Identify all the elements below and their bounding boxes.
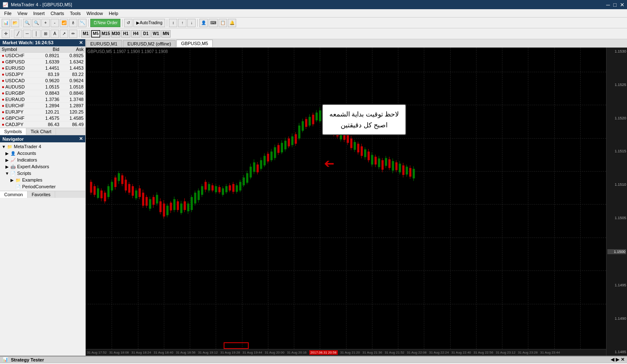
- nav-indicators[interactable]: ▶ 📈 Indicators: [0, 157, 85, 163]
- up-arrow-button[interactable]: ↑: [178, 19, 186, 27]
- symbol-cell: ●EURJPY: [0, 109, 37, 115]
- menu-tools[interactable]: Tools: [67, 10, 83, 16]
- nav-metatrader4[interactable]: ▼ 📁 MetaTrader 4: [0, 143, 85, 150]
- title-bar-left: 📈 MetaTrader 4 - [GBPUSD,M5]: [3, 2, 72, 8]
- hline-tool[interactable]: ─: [23, 30, 31, 38]
- arrow-tool[interactable]: ↗: [60, 30, 68, 38]
- bid-cell: 1.4575: [37, 115, 61, 121]
- nav-period-converter[interactable]: 📄 PeriodConverter: [0, 183, 85, 190]
- history-button[interactable]: 📋: [219, 19, 227, 27]
- chart-zoom-out-button[interactable]: -: [51, 19, 59, 27]
- tab-tick-chart[interactable]: Tick Chart: [26, 128, 56, 135]
- refresh-button[interactable]: ↺: [124, 19, 133, 27]
- zoom-in-button[interactable]: 🔍: [23, 19, 31, 27]
- draw-button[interactable]: ✏: [69, 30, 77, 38]
- new-order-button[interactable]: 🗒 New Order: [90, 19, 120, 27]
- st-close[interactable]: ✕: [621, 357, 624, 362]
- terminal-button[interactable]: ⌨: [209, 19, 218, 27]
- market-watch-row[interactable]: ●EURAUD 1.3736 1.3748: [0, 96, 85, 103]
- market-watch-row[interactable]: ●EURCHF 1.2894 1.2897: [0, 103, 85, 109]
- period-mn[interactable]: MN: [161, 30, 171, 38]
- period-h4[interactable]: H4: [131, 30, 140, 38]
- ask-cell: 1.6342: [61, 59, 85, 65]
- arrows-button[interactable]: ↕: [169, 19, 177, 27]
- experts-button[interactable]: 👤: [199, 19, 208, 27]
- t2-sep2: [79, 30, 79, 38]
- folder-icon: 📁: [7, 144, 13, 149]
- period-m1[interactable]: M1: [81, 30, 90, 38]
- market-watch-row[interactable]: ●AUDUSD 1.0515 1.0518: [0, 84, 85, 90]
- market-watch-row[interactable]: ●USDCHF 0.8921 0.8925: [0, 53, 85, 59]
- period-d1[interactable]: D1: [141, 30, 150, 38]
- candle-button[interactable]: 🕯: [69, 19, 77, 27]
- market-watch-row[interactable]: ●GBPUSD 1.6339 1.6342: [0, 59, 85, 65]
- menu-file[interactable]: File: [2, 10, 14, 16]
- expand-icon-ind: ▶: [5, 158, 9, 162]
- st-nav-right[interactable]: ▶: [616, 357, 619, 362]
- symbol-cell: ●EURAUD: [0, 96, 37, 103]
- nav-expert-advisors[interactable]: ▶ 🤖 Expert Advisors: [0, 163, 85, 170]
- time-label-18: 31 Aug 22:56: [474, 351, 493, 354]
- period-m5[interactable]: M5: [91, 30, 100, 38]
- close-button[interactable]: ✕: [620, 2, 624, 8]
- line-chart-button[interactable]: 📉: [78, 19, 87, 27]
- chart-zoom-in-button[interactable]: +: [41, 19, 50, 27]
- ask-cell: 1.2897: [61, 103, 85, 109]
- chart-tab-gbpusd-m5[interactable]: GBPUSD,M5: [176, 40, 213, 47]
- market-watch-header: Market Watch: 16:24:53 ✕: [0, 39, 85, 46]
- market-watch-row[interactable]: ●GBPCHF 1.4575 1.4585: [0, 115, 85, 121]
- nav-accounts[interactable]: ▶ 👤 Accounts: [0, 150, 85, 157]
- autotrading-button[interactable]: ▶ AutoTrading: [133, 19, 165, 27]
- market-watch-row[interactable]: ●USDJPY 83.19 83.22: [0, 71, 85, 78]
- menu-view[interactable]: View: [15, 10, 30, 16]
- nav-tab-favorites[interactable]: Favorites: [28, 191, 55, 198]
- market-watch-row[interactable]: ●EURGBP 0.8843 0.8846: [0, 90, 85, 96]
- col-bid: Bid: [37, 46, 61, 53]
- retracement-tool[interactable]: ⊞: [41, 30, 50, 38]
- bar-chart-button[interactable]: 📶: [60, 19, 68, 27]
- market-watch-row[interactable]: ●EURJPY 120.21 120.25: [0, 109, 85, 115]
- market-watch-close[interactable]: ✕: [79, 40, 83, 46]
- new-chart-button[interactable]: 📊: [2, 19, 10, 27]
- tab-symbols[interactable]: Symbols: [0, 128, 26, 135]
- menu-window[interactable]: Window: [84, 10, 105, 16]
- alerts-button[interactable]: 🔔: [228, 19, 236, 27]
- nav-tab-common[interactable]: Common: [0, 191, 28, 198]
- time-label-6: 31 Aug 19:12: [198, 351, 218, 354]
- title-bar-controls[interactable]: ─ □ ✕: [606, 2, 624, 8]
- menu-insert[interactable]: Insert: [31, 10, 47, 16]
- examples-icon: 📁: [15, 177, 21, 183]
- zoom-out-button[interactable]: 🔍: [32, 19, 41, 27]
- period-m30[interactable]: M30: [111, 30, 120, 38]
- st-nav-left[interactable]: ◀: [611, 357, 614, 362]
- bid-cell: 0.8843: [37, 90, 61, 96]
- time-label-4: 31 Aug 18:40: [153, 351, 173, 354]
- toolbar-separator: [21, 19, 21, 27]
- period-w1[interactable]: W1: [151, 30, 161, 38]
- crosshair-button[interactable]: ✛: [2, 30, 10, 38]
- open-button[interactable]: 📂: [11, 19, 19, 27]
- symbol-dot: ●: [2, 78, 5, 83]
- market-watch-row[interactable]: ●EURUSD 1.4451 1.4453: [0, 65, 85, 71]
- chart-tab-eurusd-m2[interactable]: EURUSD,M2 (offline): [123, 40, 176, 47]
- text-tool[interactable]: A: [51, 30, 59, 38]
- maximize-button[interactable]: □: [613, 2, 617, 8]
- period-h1[interactable]: H1: [121, 30, 130, 38]
- chart-tab-eurusd-m1[interactable]: EURUSD,M1: [86, 40, 122, 47]
- navigator-close[interactable]: ✕: [79, 136, 83, 142]
- menu-charts[interactable]: Charts: [48, 10, 66, 16]
- down-arrow-button[interactable]: ↓: [187, 19, 196, 27]
- nav-scripts[interactable]: ▼ 📄 Scripts: [0, 170, 85, 177]
- period-m15[interactable]: M15: [101, 30, 110, 38]
- time-label-19: 31 Aug 23:12: [496, 351, 515, 354]
- line-tool[interactable]: ╱: [14, 30, 22, 38]
- time-axis: 31 Aug 17:52 31 Aug 18:08 31 Aug 18:24 3…: [86, 349, 606, 356]
- symbol-dot: ●: [2, 109, 5, 114]
- market-watch-row[interactable]: ●USDCAD 0.9620 0.9624: [0, 78, 85, 84]
- market-watch-row[interactable]: ●CADJPY 86.43 86.49: [0, 121, 85, 128]
- minimize-button[interactable]: ─: [606, 2, 610, 8]
- nav-examples[interactable]: ▶ 📁 Examples: [0, 177, 85, 183]
- menu-help[interactable]: Help: [106, 10, 121, 16]
- chart-canvas[interactable]: GBPUSD,M5 1.1907 1.1908 1.1907 1.1908: [86, 48, 627, 356]
- vline-tool[interactable]: │: [32, 30, 41, 38]
